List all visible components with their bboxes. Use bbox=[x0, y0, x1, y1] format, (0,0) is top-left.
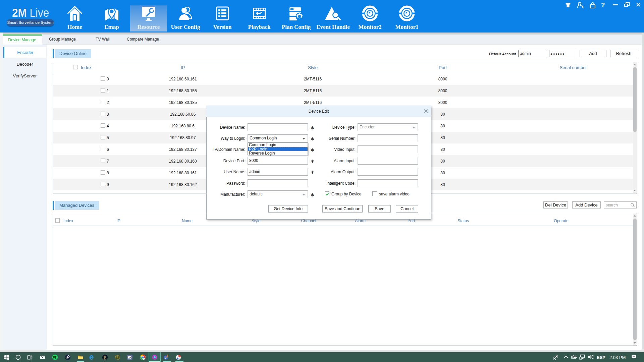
svg-text:R: R bbox=[116, 356, 119, 359]
